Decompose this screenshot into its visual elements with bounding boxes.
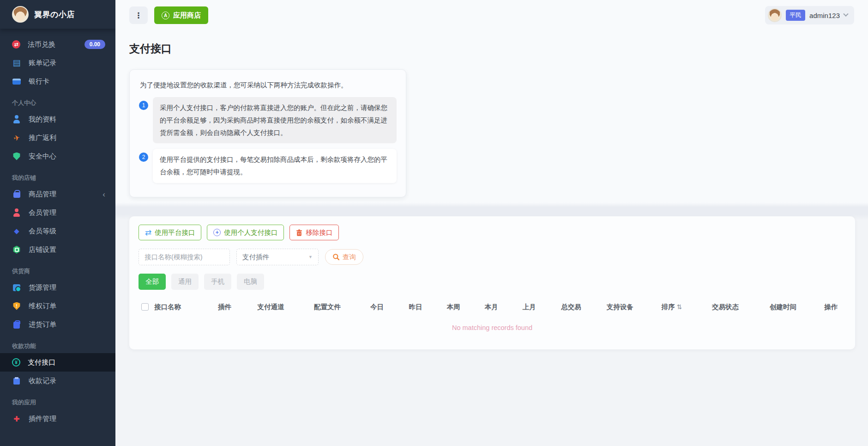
sidebar-item-profile[interactable]: 我的资料 xyxy=(0,110,115,128)
sidebar-item-member-level[interactable]: ◆ 会员等级 xyxy=(0,222,115,240)
bill-records-icon: ▤ xyxy=(12,58,21,67)
number-badge-1: 1 xyxy=(139,101,148,110)
remove-interface-button[interactable]: 移除接口 xyxy=(289,225,339,240)
select-all-cell xyxy=(136,303,154,311)
brand-name: 翼界の小店 xyxy=(34,9,75,20)
filter-row: 支付插件 ▼ 查询 xyxy=(136,249,849,265)
query-button[interactable]: 查询 xyxy=(325,249,363,265)
sidebar-item-payment-records[interactable]: 收款记录 xyxy=(0,372,115,390)
promotion-rebate-icon: ✈ xyxy=(11,132,22,143)
supply-source-icon xyxy=(12,283,21,292)
role-badge: 平民 xyxy=(786,10,805,21)
product-bag-icon xyxy=(12,189,21,199)
sidebar-item-payment-interface[interactable]: ¥ 支付接口 xyxy=(0,353,115,372)
tab-all[interactable]: 全部 xyxy=(139,274,166,290)
chevron-down-icon xyxy=(843,12,848,17)
plus-circle-icon xyxy=(213,229,221,236)
sidebar-item-plugin-management[interactable]: ✚ 插件管理 xyxy=(0,409,115,428)
col-config-file: 配置文件 xyxy=(297,303,357,312)
main-content: 支付接口 为了便捷地设置您的收款渠道，您可采纳以下两种方法完成收款操作。 1 采… xyxy=(115,31,868,446)
col-total-transactions: 总交易 xyxy=(548,303,594,312)
col-this-month: 本月 xyxy=(472,303,510,312)
payment-notice-card: 为了便捷地设置您的收款渠道，您可采纳以下两种方法完成收款操作。 1 采用个人支付… xyxy=(129,69,406,197)
interface-name-search-input[interactable] xyxy=(139,249,230,265)
col-last-month: 上月 xyxy=(510,303,548,312)
device-tabs: 全部 通用 手机 电脑 xyxy=(136,274,849,290)
section-my-apps: 我的应用 xyxy=(0,390,115,409)
sidebar-item-bill-records[interactable]: ▤ 账单记录 xyxy=(0,54,115,72)
col-transaction-status: 交易状态 xyxy=(698,303,753,312)
use-personal-interface-button[interactable]: 使用个人支付接口 xyxy=(207,225,284,240)
member-level-icon: ◆ xyxy=(12,226,21,236)
actions-row: ⇄ 使用平台接口 使用个人支付接口 移除接口 xyxy=(136,225,849,240)
sidebar-item-purchase-orders[interactable]: 进货订单 xyxy=(0,315,115,334)
search-icon xyxy=(332,253,340,261)
col-interface-name: 接口名称 xyxy=(154,303,205,312)
menu-dots-button[interactable]: ⋮ xyxy=(129,6,148,24)
number-badge-2: 2 xyxy=(139,153,148,162)
app-store-button[interactable]: 应用商店 xyxy=(154,6,208,24)
col-plugin: 插件 xyxy=(205,303,244,312)
sidebar-item-product-management[interactable]: 商品管理 ‹ xyxy=(0,185,115,203)
sidebar-item-security-center[interactable]: 安全中心 xyxy=(0,147,115,165)
tab-mobile[interactable]: 手机 xyxy=(204,274,231,290)
sidebar-item-dispute-orders[interactable]: ! 维权订单 xyxy=(0,297,115,315)
col-payment-channel: 支付通道 xyxy=(244,303,297,312)
sidebar-item-bank-card[interactable]: 银行卡 xyxy=(0,72,115,91)
sidebar: 翼界の小店 ⇄ 法币兑换 0.00 ▤ 账单记录 银行卡 个人中心 我的资料 ✈… xyxy=(0,0,115,446)
shop-settings-icon xyxy=(12,245,21,254)
col-this-week: 本周 xyxy=(434,303,472,312)
plugin-icon: ✚ xyxy=(12,414,21,423)
security-shield-icon xyxy=(12,152,21,161)
use-platform-interface-button[interactable]: ⇄ 使用平台接口 xyxy=(139,225,201,240)
sort-arrows-icon: ⇅ xyxy=(677,303,682,311)
sidebar-item-member-management[interactable]: 会员管理 xyxy=(0,203,115,222)
col-supported-devices: 支持设备 xyxy=(594,303,646,312)
app-store-icon xyxy=(162,12,169,19)
brand-logo-avatar xyxy=(12,6,29,23)
section-my-shop: 我的店铺 xyxy=(0,165,115,185)
user-avatar xyxy=(768,8,782,22)
topbar: ⋮ 应用商店 平民 admin123 xyxy=(115,0,868,31)
trash-icon xyxy=(296,229,302,236)
user-menu[interactable]: 平民 admin123 xyxy=(765,6,854,24)
bank-card-icon xyxy=(12,77,21,86)
table-empty-message: No matching records found xyxy=(136,317,849,339)
sidebar-item-currency-exchange[interactable]: ⇄ 法币兑换 0.00 xyxy=(0,35,115,54)
section-supplier: 供货商 xyxy=(0,259,115,278)
table-header-row: 接口名称 插件 支付通道 配置文件 今日 昨日 本周 本月 上月 总交易 支持设… xyxy=(136,297,849,317)
brand-header: 翼界の小店 xyxy=(0,0,115,29)
tab-general[interactable]: 通用 xyxy=(171,274,199,290)
notice-item-2: 2 使用平台提供的支付接口，每笔交易扣除商品成本后，剩余款项将存入您的平台余额，… xyxy=(139,149,397,183)
section-personal-center: 个人中心 xyxy=(0,91,115,110)
page-title: 支付接口 xyxy=(129,42,172,56)
notice-text-1: 采用个人支付接口，客户的付款将直接进入您的账户。但在此之前，请确保您的平台余额足… xyxy=(153,97,397,143)
col-yesterday: 昨日 xyxy=(397,303,434,312)
sidebar-item-shop-settings[interactable]: 店铺设置 xyxy=(0,240,115,259)
payment-interface-icon: ¥ xyxy=(12,358,20,367)
currency-exchange-icon: ⇄ xyxy=(12,40,20,49)
balance-badge: 0.00 xyxy=(84,40,105,49)
purchase-order-icon xyxy=(12,320,21,329)
notice-intro: 为了便捷地设置您的收款渠道，您可采纳以下两种方法完成收款操作。 xyxy=(140,81,396,90)
col-sort[interactable]: 排序 ⇅ xyxy=(646,303,698,312)
sidebar-nav: ⇄ 法币兑换 0.00 ▤ 账单记录 银行卡 个人中心 我的资料 ✈ 推广返利 … xyxy=(0,29,115,428)
tab-desktop[interactable]: 电脑 xyxy=(237,274,264,290)
col-today: 今日 xyxy=(357,303,397,312)
interface-table-panel: ⇄ 使用平台接口 使用个人支付接口 移除接口 支付插件 ▼ 查询 xyxy=(129,216,855,349)
notice-item-1: 1 采用个人支付接口，客户的付款将直接进入您的账户。但在此之前，请确保您的平台余… xyxy=(139,97,397,143)
member-icon xyxy=(12,208,21,217)
payment-records-icon xyxy=(12,376,21,385)
sidebar-item-promotion-rebate[interactable]: ✈ 推广返利 xyxy=(0,128,115,147)
dispute-order-icon: ! xyxy=(12,301,21,311)
col-created-time: 创建时间 xyxy=(753,303,813,312)
payment-plugin-select[interactable]: 支付插件 ▼ xyxy=(236,249,319,265)
notice-text-2: 使用平台提供的支付接口，每笔交易扣除商品成本后，剩余款项将存入您的平台余额，您可… xyxy=(153,149,397,183)
section-payment-features: 收款功能 xyxy=(0,334,115,353)
select-caret-icon: ▼ xyxy=(308,255,313,259)
chevron-left-icon: ‹ xyxy=(102,190,105,198)
profile-icon xyxy=(12,115,21,124)
select-all-checkbox[interactable] xyxy=(141,303,149,311)
sidebar-item-supply-management[interactable]: 货源管理 xyxy=(0,278,115,297)
exchange-arrows-icon: ⇄ xyxy=(145,229,151,237)
